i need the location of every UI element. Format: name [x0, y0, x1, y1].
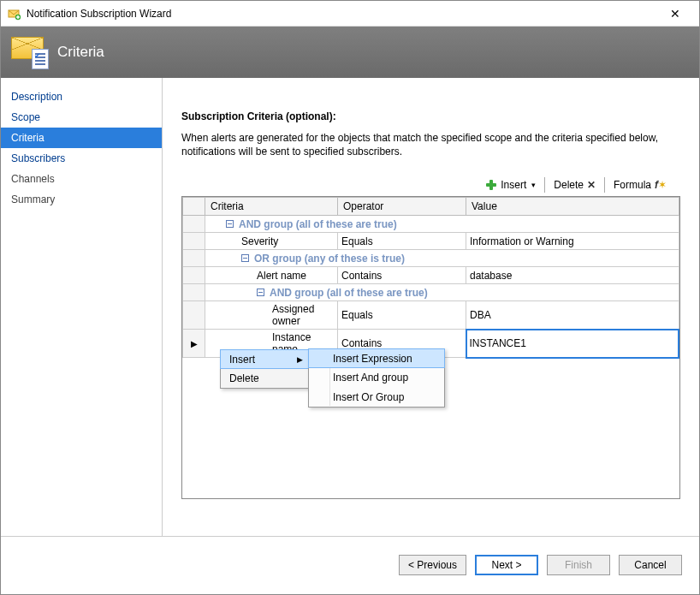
- chevron-down-icon: ▾: [531, 181, 536, 189]
- previous-button[interactable]: < Previous: [399, 555, 466, 575]
- toolbar-separator: [544, 177, 545, 193]
- formula-label: Formula: [614, 179, 651, 191]
- menu-item-insert-or-group[interactable]: Insert Or Group: [309, 387, 444, 407]
- finish-button: Finish: [547, 555, 610, 575]
- sidebar-item-summary[interactable]: Summary: [1, 189, 162, 210]
- insert-button[interactable]: Insert ▾: [480, 177, 541, 193]
- section-description: When alerts are generated for the object…: [181, 131, 680, 158]
- col-value[interactable]: Value: [466, 198, 679, 216]
- section-heading: Subscription Criteria (optional):: [181, 110, 680, 122]
- toolbar-separator: [604, 177, 605, 193]
- wizard-banner: ✔ Criteria: [1, 27, 699, 78]
- delete-label: Delete: [554, 179, 584, 191]
- sidebar-item-criteria[interactable]: Criteria: [1, 128, 162, 148]
- sidebar-item-scope[interactable]: Scope: [1, 107, 162, 128]
- x-icon: ✕: [587, 179, 596, 191]
- menu-item-insert-and-group[interactable]: Insert And group: [309, 367, 444, 387]
- sidebar-item-channels[interactable]: Channels: [1, 169, 162, 189]
- table-row[interactable]: AND group (all of these are true): [183, 216, 679, 233]
- grid-gutter-header: [183, 198, 205, 216]
- cancel-button[interactable]: Cancel: [619, 555, 682, 575]
- banner-icon: ✔: [9, 35, 49, 69]
- banner-title: Criteria: [57, 44, 104, 61]
- wizard-footer: < Previous Next > Finish Cancel: [1, 536, 699, 592]
- content-pane: Subscription Criteria (optional): When a…: [163, 78, 699, 536]
- table-row[interactable]: OR group (any of these is true): [183, 250, 679, 267]
- menu-item-delete[interactable]: Delete: [221, 368, 308, 388]
- formula-button[interactable]: Formula f✶: [608, 177, 672, 193]
- sidebar-item-subscribers[interactable]: Subscribers: [1, 148, 162, 169]
- fx-icon: f✶: [655, 179, 667, 191]
- menu-item-insert-expression[interactable]: Insert Expression: [308, 348, 445, 368]
- close-button[interactable]: ✕: [658, 7, 692, 21]
- app-icon: [8, 7, 21, 21]
- collapse-icon[interactable]: [257, 289, 264, 296]
- collapse-icon[interactable]: [226, 220, 234, 228]
- table-row[interactable]: Alert name Contains database: [183, 267, 679, 284]
- titlebar: Notification Subscription Wizard ✕: [1, 1, 699, 27]
- menu-item-insert[interactable]: Insert ▶: [220, 349, 309, 369]
- submenu-arrow-icon: ▶: [297, 355, 303, 364]
- table-row[interactable]: Assigned owner Equals DBA: [183, 301, 679, 330]
- window-title: Notification Subscription Wizard: [27, 8, 658, 20]
- table-row[interactable]: AND group (all of these are true): [183, 284, 679, 301]
- table-row[interactable]: Severity Equals Information or Warning: [183, 233, 679, 250]
- insert-label: Insert: [501, 179, 526, 191]
- context-menu[interactable]: Insert ▶ Delete: [220, 349, 309, 389]
- col-operator[interactable]: Operator: [338, 198, 466, 216]
- next-button[interactable]: Next >: [475, 555, 538, 575]
- criteria-grid[interactable]: Criteria Operator Value AND group (all o…: [181, 196, 680, 499]
- grid-toolbar: Insert ▾ Delete ✕ Formula f✶: [181, 177, 680, 193]
- col-criteria[interactable]: Criteria: [205, 198, 338, 216]
- context-submenu[interactable]: Insert Expression Insert And group Inser…: [308, 348, 445, 408]
- collapse-icon[interactable]: [241, 254, 249, 262]
- svg-rect-3: [16, 16, 20, 17]
- row-pointer-icon: ▶: [191, 339, 198, 348]
- grid-header-row: Criteria Operator Value: [183, 198, 679, 216]
- sidebar-item-description[interactable]: Description: [1, 86, 162, 107]
- wizard-sidebar: Description Scope Criteria Subscribers C…: [1, 78, 163, 536]
- delete-button[interactable]: Delete ✕: [549, 177, 601, 193]
- plus-icon: [485, 179, 497, 191]
